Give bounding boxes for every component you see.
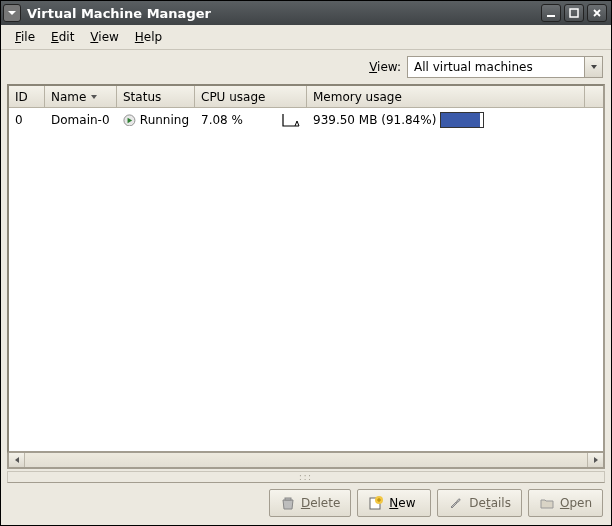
cell-memory: 939.50 MB (91.84%) xyxy=(307,108,603,132)
delete-button[interactable]: Delete xyxy=(269,489,351,517)
svg-rect-0 xyxy=(547,15,555,17)
scroll-track[interactable] xyxy=(25,453,587,467)
view-filter-row: View: All virtual machines xyxy=(1,50,611,84)
bottom-toolbar: Delete New Details Open xyxy=(1,483,611,525)
view-filter-label: View: xyxy=(369,60,401,74)
app-menu-icon[interactable] xyxy=(3,4,21,22)
cell-name: Domain-0 xyxy=(45,108,117,132)
triangle-left-icon xyxy=(13,456,21,464)
combo-dropdown-button[interactable] xyxy=(584,57,602,77)
titlebar: Virtual Machine Manager xyxy=(1,1,611,25)
details-button[interactable]: Details xyxy=(437,489,522,517)
close-button[interactable] xyxy=(587,4,607,22)
menu-view[interactable]: View xyxy=(82,28,126,46)
wrench-icon xyxy=(448,495,464,511)
chevron-down-icon xyxy=(590,63,598,71)
view-filter-combo[interactable]: All virtual machines xyxy=(407,56,603,78)
close-icon xyxy=(592,8,602,18)
triangle-right-icon xyxy=(592,456,600,464)
window-title: Virtual Machine Manager xyxy=(27,6,538,21)
minimize-button[interactable] xyxy=(541,4,561,22)
cell-status: Running xyxy=(117,108,195,132)
cell-id: 0 xyxy=(9,108,45,132)
folder-open-icon xyxy=(539,495,555,511)
new-button[interactable]: New xyxy=(357,489,431,517)
table-header: ID Name Status CPU usage Memory usage xyxy=(9,86,603,108)
view-filter-value: All virtual machines xyxy=(408,60,584,74)
table-body[interactable]: 0 Domain-0 Running 7.08 % 939.50 MB (91.… xyxy=(9,108,603,451)
menu-edit[interactable]: Edit xyxy=(43,28,82,46)
svg-rect-3 xyxy=(285,498,291,500)
column-memory[interactable]: Memory usage xyxy=(307,86,585,107)
menubar: File Edit View Help xyxy=(1,25,611,50)
table-row[interactable]: 0 Domain-0 Running 7.08 % 939.50 MB (91.… xyxy=(9,108,603,132)
menu-help[interactable]: Help xyxy=(127,28,170,46)
cell-cpu: 7.08 % xyxy=(195,108,307,132)
grip-dots-icon: ::: xyxy=(299,473,313,482)
trash-icon xyxy=(280,495,296,511)
memory-bar xyxy=(440,112,484,128)
maximize-button[interactable] xyxy=(564,4,584,22)
scroll-right-button[interactable] xyxy=(587,453,603,467)
running-icon xyxy=(123,113,136,127)
vm-table: ID Name Status CPU usage Memory usage 0 … xyxy=(7,84,605,453)
menu-file[interactable]: File xyxy=(7,28,43,46)
column-status[interactable]: Status xyxy=(117,86,195,107)
open-button[interactable]: Open xyxy=(528,489,603,517)
memory-bar-fill xyxy=(441,113,480,127)
maximize-icon xyxy=(569,8,579,18)
new-icon xyxy=(368,495,384,511)
column-name[interactable]: Name xyxy=(45,86,117,107)
svg-rect-1 xyxy=(570,9,578,17)
cpu-sparkline-icon xyxy=(281,112,301,128)
column-id[interactable]: ID xyxy=(9,86,45,107)
horizontal-scrollbar[interactable] xyxy=(7,453,605,469)
sort-indicator-icon xyxy=(90,90,98,104)
minimize-icon xyxy=(546,8,556,18)
main-window: Virtual Machine Manager File Edit View H… xyxy=(0,0,612,526)
scroll-left-button[interactable] xyxy=(9,453,25,467)
column-scroll-spacer xyxy=(585,86,603,107)
pane-resize-grip[interactable]: ::: xyxy=(7,471,605,483)
column-cpu[interactable]: CPU usage xyxy=(195,86,307,107)
